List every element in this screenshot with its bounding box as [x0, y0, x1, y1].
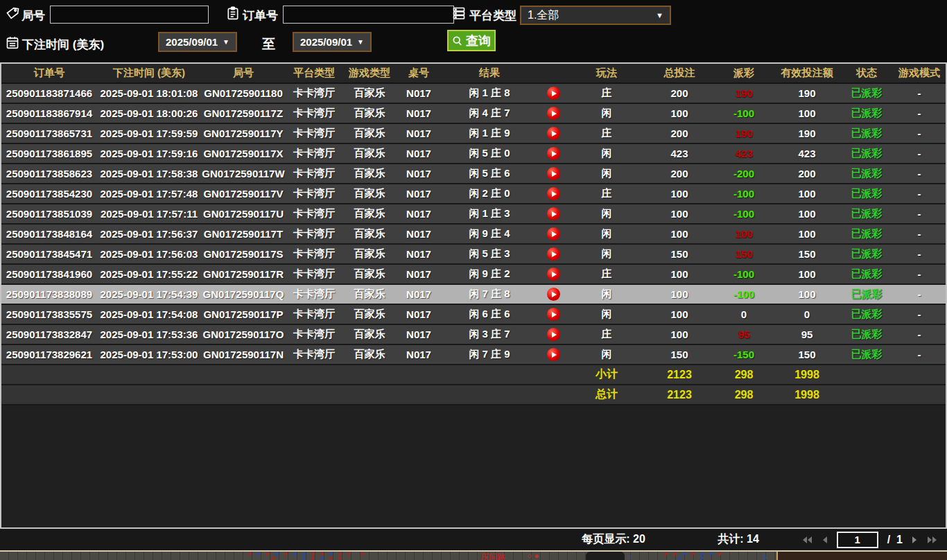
order-input[interactable]: [283, 6, 454, 24]
subtotal-label: 小计: [568, 367, 645, 382]
cell-mode: -: [893, 87, 946, 99]
table-row[interactable]: 2509011738328472025-09-01 17:53:36GN0172…: [1, 325, 946, 345]
table-row[interactable]: 2509011738419602025-09-01 17:55:22GN0172…: [1, 265, 946, 285]
table-row[interactable]: 2509011738618952025-09-01 17:59:16GN0172…: [1, 144, 946, 164]
play-video-icon[interactable]: [547, 308, 560, 321]
cell-play: 闲: [568, 107, 645, 120]
cell-mode: -: [893, 107, 946, 119]
cell-round: GN0172590117T: [201, 228, 286, 240]
date-from-picker[interactable]: 2025/09/01 ▼: [158, 32, 237, 52]
table-row[interactable]: 2509011738481642025-09-01 17:56:37GN0172…: [1, 225, 946, 245]
page-number-input[interactable]: 1: [837, 532, 878, 548]
table-row[interactable]: 2509011738657312025-09-01 17:59:59GN0172…: [1, 124, 946, 144]
round-input[interactable]: [50, 6, 209, 24]
cell-total: 200: [645, 168, 714, 180]
cell-play: [538, 247, 568, 261]
play-video-icon[interactable]: [547, 348, 560, 361]
play-video-icon[interactable]: [547, 227, 560, 240]
column-header-time: 下注时间 (美东): [97, 67, 201, 80]
cell-mode: -: [893, 228, 946, 240]
cell-order: 250901183867914: [1, 107, 97, 119]
play-video-icon[interactable]: [547, 127, 560, 140]
cell-order: 250901173838089: [1, 288, 97, 300]
cell-round: GN0172590117U: [201, 208, 286, 220]
chevron-down-icon: ▼: [656, 11, 663, 19]
column-header-result: 结果: [441, 67, 538, 80]
cell-platform: 卡卡湾厅: [286, 288, 342, 301]
cell-play: 庄: [568, 127, 645, 140]
cell-game: 百家乐: [342, 127, 397, 140]
cell-total: 100: [645, 329, 714, 340]
cell-round: GN0172590117Y: [201, 128, 286, 139]
cell-mode: -: [893, 268, 946, 280]
next-page-button[interactable]: [912, 536, 918, 544]
cell-total: 100: [645, 188, 714, 200]
cell-valid: 200: [774, 168, 840, 180]
play-video-icon[interactable]: [547, 288, 560, 301]
search-button[interactable]: 查询: [447, 30, 496, 51]
play-video-icon[interactable]: [547, 107, 560, 120]
double-right-arrow-icon: [927, 536, 937, 544]
cell-play: 闲: [568, 207, 645, 220]
table-row[interactable]: 2509011838679142025-09-01 18:00:26GN0172…: [1, 104, 946, 124]
platform-type-value: 1.全部: [528, 8, 559, 23]
table-row[interactable]: 2509011738454712025-09-01 17:56:03GN0172…: [1, 245, 946, 265]
cell-table: N017: [397, 268, 441, 280]
cell-round: GN0172590117N: [201, 349, 286, 360]
cell-payout: 0: [714, 308, 774, 320]
cell-payout: -100: [714, 268, 774, 280]
cell-result: 闲 4 庄 7: [441, 107, 538, 120]
play-video-icon[interactable]: [547, 268, 560, 281]
cell-play: 庄: [568, 268, 645, 281]
first-page-button[interactable]: [802, 536, 813, 544]
grand_total-total: 2123: [645, 389, 714, 401]
table-row[interactable]: 2509011738296212025-09-01 17:53:00GN0172…: [1, 345, 946, 365]
table-row[interactable]: 2509011738510392025-09-01 17:57:11GN0172…: [1, 204, 946, 225]
cell-time: 2025-09-01 17:57:48: [97, 188, 201, 200]
play-video-icon[interactable]: [547, 247, 560, 261]
table-row[interactable]: 2509011838714662025-09-01 18:01:08GN0172…: [1, 84, 946, 104]
play-video-icon[interactable]: [547, 328, 560, 341]
cell-platform: 卡卡湾厅: [286, 87, 342, 100]
cell-play: 闲: [568, 288, 645, 301]
date-from-value: 2025/09/01: [166, 36, 218, 48]
prev-page-button[interactable]: [822, 536, 828, 544]
cell-total: 100: [645, 208, 714, 220]
cell-order: 250901173829621: [1, 349, 97, 360]
cell-game: 百家乐: [342, 167, 397, 180]
cell-status: 已派彩: [840, 187, 893, 200]
cell-mode: -: [893, 288, 946, 300]
play-video-icon[interactable]: [547, 87, 560, 100]
platform-type-select[interactable]: 1.全部 ▼: [520, 6, 671, 25]
table-row[interactable]: 2509011738542302025-09-01 17:57:48GN0172…: [1, 184, 946, 204]
cell-total: 100: [645, 107, 714, 119]
play-video-icon[interactable]: [547, 147, 560, 160]
cell-result: 闲 1 庄 3: [441, 207, 538, 220]
cell-valid: 190: [774, 128, 840, 139]
last-page-button[interactable]: [927, 536, 937, 544]
cell-total: 150: [645, 248, 714, 260]
cell-result: 闲 5 庄 6: [441, 167, 538, 180]
column-header-table: 桌号: [397, 67, 441, 80]
subtotal-row: 小计21232981998: [1, 365, 946, 385]
play-video-icon[interactable]: [547, 187, 560, 200]
cell-mode: -: [893, 308, 946, 320]
cell-payout: 423: [714, 148, 774, 159]
cell-mode: -: [893, 188, 946, 200]
cell-play: 庄: [568, 187, 645, 200]
cell-game: 百家乐: [342, 247, 397, 261]
play-video-icon[interactable]: [547, 207, 560, 220]
cell-platform: 卡卡湾厅: [286, 207, 342, 220]
table-row[interactable]: 2509011738586232025-09-01 17:58:38GN0172…: [1, 164, 946, 184]
play-video-icon[interactable]: [547, 167, 560, 180]
table-row[interactable]: 2509011738380892025-09-01 17:54:39GN0172…: [1, 285, 946, 305]
date-to-picker[interactable]: 2025/09/01 ▼: [293, 32, 372, 52]
cell-time: 2025-09-01 17:58:38: [97, 168, 201, 180]
cell-table: N017: [397, 208, 441, 220]
grand_total-label: 总计: [568, 387, 645, 402]
bet-time-label: 下注时间 (美东): [22, 37, 104, 53]
cell-valid: 150: [774, 349, 840, 360]
table-row[interactable]: 2509011738355752025-09-01 17:54:08GN0172…: [1, 305, 946, 325]
cell-table: N017: [397, 148, 441, 159]
cell-order: 250901173841960: [1, 268, 97, 280]
